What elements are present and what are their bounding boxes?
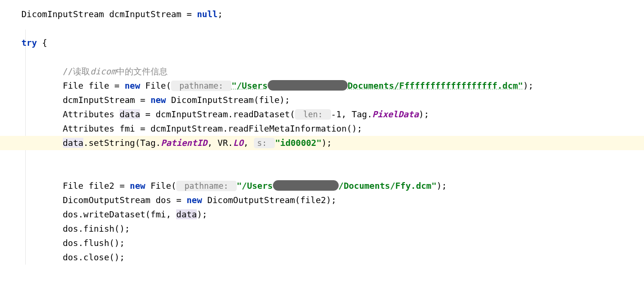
string-literal: /Documents/Ffy.dcm" <box>339 181 437 191</box>
code-text: ); <box>523 81 533 91</box>
redacted-text <box>273 180 339 191</box>
param-hint-pathname: pathname: <box>176 181 237 191</box>
param-hint-s: s: <box>254 138 275 148</box>
string-literal: "id00002" <box>275 138 322 148</box>
code-text: ); <box>436 181 447 191</box>
code-text: File( <box>145 181 176 191</box>
code-text: File file2 = <box>21 181 130 191</box>
code-line[interactable]: dos.finish(); <box>21 222 644 236</box>
code-text: dos.close(); <box>21 252 125 262</box>
code-indent <box>21 138 63 148</box>
code-line[interactable]: File file = new File( pathname: "/UsersD… <box>21 79 644 93</box>
static-member: LO <box>233 138 243 148</box>
code-text: DicomOutputStream dos = <box>21 195 187 205</box>
code-text: DicomOutputStream(file2); <box>202 195 336 205</box>
code-line[interactable]: dos.flush(); <box>21 236 644 250</box>
code-text: = dcmInputStream.readDataset( <box>140 109 295 119</box>
code-text: ); <box>197 209 207 219</box>
code-text: dos.writeDataset(fmi, <box>21 209 176 219</box>
param-hint-pathname: pathname: <box>171 81 231 91</box>
string-literal: "/Users <box>231 81 268 91</box>
code-text: ); <box>322 138 332 148</box>
code-editor[interactable]: DicomInputStream dcmInputStream = null; … <box>0 0 644 274</box>
code-line[interactable]: DicomInputStream dcmInputStream = null; <box>21 7 644 21</box>
param-hint-len: len: <box>295 109 331 120</box>
keyword-new: new <box>125 81 141 91</box>
code-text: ; <box>218 9 223 19</box>
code-text: { <box>37 38 48 48</box>
redacted-text <box>268 80 348 91</box>
code-line[interactable]: dcmInputStream = new DicomInputStream(fi… <box>21 93 644 107</box>
code-line[interactable]: dos.writeDataset(fmi, data); <box>21 207 644 222</box>
code-line[interactable]: dos.close(); <box>21 250 644 265</box>
code-text: dcmInputStream = <box>21 95 151 105</box>
code-text: -1, Tag. <box>331 109 372 119</box>
keyword-try: try <box>21 38 37 48</box>
code-line-blank[interactable] <box>21 164 644 179</box>
code-text: dos.flush(); <box>21 238 125 248</box>
code-line-current[interactable]: data.setString(Tag.PatientID, VR.LO, s: … <box>0 136 644 150</box>
highlighted-variable: data <box>176 209 197 219</box>
code-indent <box>21 66 63 76</box>
static-member: PatientID <box>161 138 208 148</box>
code-line-blank[interactable] <box>21 150 644 164</box>
comment: //读取dicom中的文件信息 <box>63 66 168 76</box>
code-text: .setString(Tag. <box>83 138 161 148</box>
code-line[interactable]: DicomOutputStream dos = new DicomOutputS… <box>21 193 644 207</box>
code-text: Attributes fmi = dcmInputStream.readFile… <box>21 123 362 133</box>
code-line[interactable]: File file2 = new File( pathname: "/Users… <box>21 179 644 193</box>
code-line[interactable]: Attributes fmi = dcmInputStream.readFile… <box>21 122 644 136</box>
keyword-new: new <box>151 95 166 105</box>
code-line[interactable]: try { <box>21 36 644 50</box>
code-text: ); <box>419 109 429 119</box>
keyword-new: new <box>130 181 146 191</box>
string-literal: Documents/Fffffffffffffffffff.dcm" <box>348 81 523 91</box>
code-text: , <box>243 138 254 148</box>
code-line-blank[interactable] <box>21 50 644 64</box>
highlighted-variable: data <box>63 138 83 148</box>
static-member: PixelData <box>372 109 419 119</box>
keyword-null: null <box>197 9 217 19</box>
code-line-blank[interactable] <box>21 21 644 36</box>
code-text: File file = <box>21 81 125 91</box>
string-literal: "/Users <box>237 181 273 191</box>
code-text: , VR. <box>207 138 233 148</box>
code-text: Attributes <box>21 109 120 119</box>
code-text: dos.finish(); <box>21 224 130 234</box>
code-text: File( <box>140 81 171 91</box>
code-line[interactable]: Attributes data = dcmInputStream.readDat… <box>21 107 644 122</box>
code-text: DicomInputStream(file); <box>166 95 290 105</box>
keyword-new: new <box>187 195 202 205</box>
code-text: DicomInputStream dcmInputStream = <box>21 9 197 19</box>
highlighted-variable: data <box>120 109 140 119</box>
code-line[interactable]: //读取dicom中的文件信息 <box>21 64 644 79</box>
